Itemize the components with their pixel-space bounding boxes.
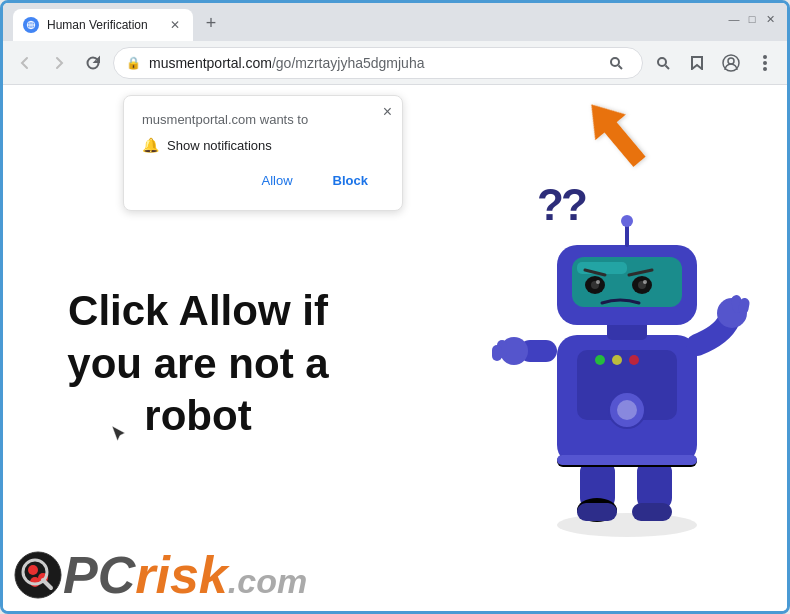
- address-bar: 🔒 musmentportal.com/go/mzrtayjyha5dgmjuh…: [3, 41, 787, 85]
- pcrisk-logo-icon: [13, 550, 63, 600]
- svg-point-48: [595, 355, 605, 365]
- svg-point-15: [557, 513, 697, 537]
- bell-icon: 🔔: [142, 137, 159, 153]
- block-button[interactable]: Block: [317, 167, 384, 194]
- svg-line-7: [666, 65, 670, 69]
- svg-rect-45: [632, 503, 672, 521]
- popup-notification-label: Show notifications: [167, 138, 272, 153]
- arrow-container: [577, 90, 657, 184]
- tab-title: Human Verification: [47, 18, 159, 32]
- search-icon[interactable]: [602, 49, 630, 77]
- profile-icon[interactable]: [717, 49, 745, 77]
- svg-point-19: [617, 400, 637, 420]
- svg-point-12: [763, 61, 767, 65]
- svg-rect-23: [577, 262, 627, 274]
- svg-point-49: [612, 355, 622, 365]
- main-text-content: Click Allow if you are not a robot: [67, 287, 328, 439]
- minimize-button[interactable]: —: [727, 12, 741, 26]
- active-tab[interactable]: Human Verification ✕: [13, 9, 193, 41]
- reload-button[interactable]: [79, 49, 107, 77]
- window-controls: — □ ✕: [727, 12, 777, 26]
- url-bar[interactable]: 🔒 musmentportal.com/go/mzrtayjyha5dgmjuh…: [113, 47, 643, 79]
- tab-area: Human Verification ✕ +: [13, 3, 727, 41]
- tab-close-button[interactable]: ✕: [167, 17, 183, 33]
- new-tab-button[interactable]: +: [197, 9, 225, 37]
- svg-point-13: [763, 67, 767, 71]
- robot-illustration: ??: [477, 165, 757, 545]
- popup-notification-row: 🔔 Show notifications: [142, 137, 384, 153]
- search-button[interactable]: [649, 49, 677, 77]
- svg-point-33: [621, 215, 633, 227]
- page-content: × musmentportal.com wants to 🔔 Show noti…: [3, 85, 787, 611]
- svg-point-50: [629, 355, 639, 365]
- lock-icon: 🔒: [126, 56, 141, 70]
- svg-rect-43: [577, 503, 617, 521]
- popup-site-text: musmentportal.com wants to: [142, 112, 384, 127]
- popup-close-button[interactable]: ×: [383, 104, 392, 120]
- notification-popup: × musmentportal.com wants to 🔔 Show noti…: [123, 95, 403, 211]
- close-button[interactable]: ✕: [763, 12, 777, 26]
- svg-point-10: [728, 58, 734, 64]
- mouse-cursor: [111, 425, 123, 443]
- title-bar: Human Verification ✕ + — □ ✕: [3, 3, 787, 41]
- forward-button[interactable]: [45, 49, 73, 77]
- svg-point-31: [643, 280, 647, 284]
- footer-watermark: PCrisk.com: [3, 549, 787, 601]
- svg-marker-8: [692, 57, 702, 69]
- popup-buttons: Allow Block: [142, 167, 384, 194]
- allow-button[interactable]: Allow: [246, 167, 309, 194]
- menu-icon[interactable]: [751, 49, 779, 77]
- url-origin: musmentportal.com: [149, 55, 272, 71]
- svg-rect-47: [557, 455, 697, 465]
- back-button[interactable]: [11, 49, 39, 77]
- robot-svg: [477, 165, 757, 545]
- bookmark-icon[interactable]: [683, 49, 711, 77]
- tab-favicon: [23, 17, 39, 33]
- pc-logo-text: PCrisk.com: [63, 549, 307, 601]
- svg-point-6: [658, 58, 666, 66]
- svg-rect-44: [637, 460, 672, 510]
- url-path: /go/mzrtayjyha5dgmjuha: [272, 55, 425, 71]
- orange-arrow-icon: [577, 90, 657, 180]
- main-text: Click Allow if you are not a robot: [53, 285, 343, 443]
- url-text: musmentportal.com/go/mzrtayjyha5dgmjuha: [149, 55, 594, 71]
- maximize-button[interactable]: □: [745, 12, 759, 26]
- svg-line-5: [619, 65, 623, 69]
- svg-point-28: [596, 280, 600, 284]
- svg-marker-14: [577, 92, 655, 175]
- svg-point-4: [611, 58, 619, 66]
- svg-point-52: [28, 565, 38, 575]
- question-marks: ??: [537, 180, 585, 230]
- svg-rect-37: [492, 345, 502, 361]
- svg-point-11: [763, 55, 767, 59]
- browser-window: Human Verification ✕ + — □ ✕ 🔒 musmentpo…: [0, 0, 790, 614]
- pcrisk-logo-text: PCrisk.com: [63, 549, 307, 601]
